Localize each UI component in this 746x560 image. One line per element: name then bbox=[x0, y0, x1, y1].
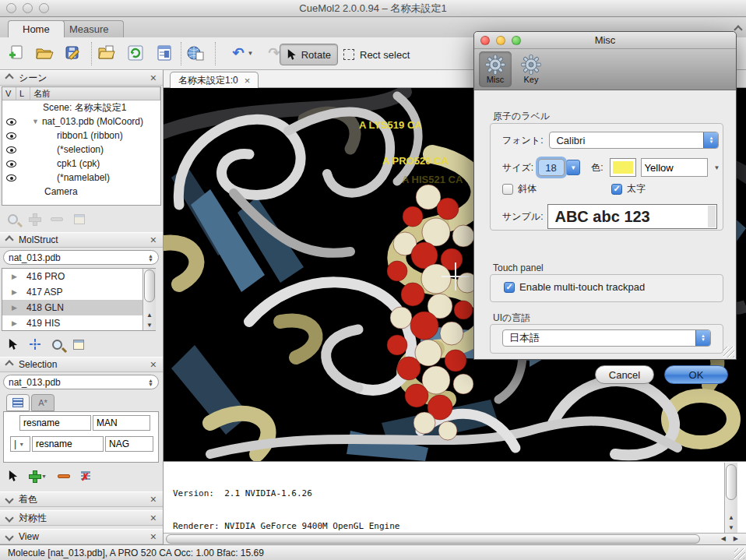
cancel-button[interactable]: Cancel bbox=[595, 365, 654, 384]
close-icon[interactable]: × bbox=[150, 494, 157, 505]
undo-button[interactable]: ↶ ▼ bbox=[227, 43, 259, 63]
close-icon[interactable]: × bbox=[150, 359, 157, 370]
eye-icon[interactable] bbox=[6, 132, 16, 139]
clear-terms-icon[interactable]: ✗ bbox=[81, 470, 93, 481]
scroll-up-icon[interactable]: ▲ bbox=[725, 512, 737, 523]
center-view-icon[interactable] bbox=[29, 338, 41, 350]
tree-row-camera[interactable]: Camera bbox=[2, 185, 160, 199]
term-key-input[interactable] bbox=[32, 436, 104, 452]
tree-row-scene[interactable]: Scene: 名称未設定1 bbox=[2, 100, 160, 114]
open-web-button[interactable] bbox=[185, 43, 206, 63]
column-visible[interactable]: V bbox=[2, 87, 16, 100]
zoom-icon[interactable] bbox=[8, 214, 18, 224]
scrollbar-thumb[interactable] bbox=[726, 464, 737, 500]
open-file-button[interactable] bbox=[97, 43, 117, 63]
dialog-tab-misc[interactable]: Misc bbox=[479, 51, 512, 87]
scroll-up-icon[interactable]: ▲ bbox=[143, 310, 156, 320]
eye-icon[interactable] bbox=[6, 146, 16, 153]
multitouch-checkbox-row[interactable]: ✓ Enable multi-touch trackpad bbox=[504, 281, 645, 293]
log-console[interactable]: Version: 2.1 NVIDIA-1.6.26 Renderer: NVI… bbox=[164, 461, 746, 544]
selection-molecule-select[interactable]: nat_013.pdb ▲▼ bbox=[3, 375, 159, 389]
open-scene-button[interactable] bbox=[34, 43, 55, 63]
undo-dropdown-arrow[interactable]: ▼ bbox=[248, 50, 254, 57]
select-cursor-icon[interactable] bbox=[8, 470, 18, 482]
select-cursor-icon[interactable] bbox=[8, 338, 18, 350]
scroll-down-icon[interactable]: ▼ bbox=[725, 523, 737, 533]
term-value-input[interactable] bbox=[105, 436, 153, 452]
residue-row[interactable]: ▶419 HIS bbox=[2, 315, 155, 331]
scrollbar-thumb[interactable] bbox=[144, 269, 155, 302]
scroll-left-icon[interactable]: ◀ bbox=[721, 535, 726, 542]
molstruct-panel-header[interactable]: MolStruct × bbox=[0, 232, 163, 248]
operator-select[interactable]: | ▼ bbox=[10, 436, 30, 452]
console-vscrollbar[interactable]: ▲ ▼ bbox=[724, 463, 737, 534]
tree-row-ribbon1[interactable]: ribbon1 (ribbon) bbox=[2, 129, 160, 143]
residue-scrollbar[interactable]: ▲ ▼ bbox=[143, 269, 156, 330]
remove-term-icon[interactable] bbox=[58, 474, 70, 478]
console-hscrollbar[interactable]: ◀ ▶ bbox=[164, 533, 746, 544]
close-icon[interactable]: × bbox=[245, 75, 251, 86]
viewport-tab[interactable]: 名称未設定1:0 × bbox=[170, 72, 259, 88]
close-icon[interactable]: × bbox=[150, 531, 157, 542]
bold-checkbox-row[interactable]: ✓ 太字 bbox=[611, 182, 646, 195]
properties-icon[interactable] bbox=[74, 214, 85, 224]
tab-expression-mode[interactable]: A* bbox=[31, 394, 55, 411]
residue-row[interactable]: ▶417 ASP bbox=[2, 284, 155, 300]
properties-icon[interactable] bbox=[73, 340, 84, 350]
font-select[interactable]: Calibri ▲▼ bbox=[549, 132, 719, 149]
close-icon[interactable]: × bbox=[150, 512, 157, 523]
scene-panel-title: シーン bbox=[19, 72, 48, 85]
eye-icon[interactable] bbox=[6, 160, 16, 167]
view-panel-header[interactable]: View × bbox=[0, 529, 163, 544]
dialog-tab-key[interactable]: Key bbox=[515, 51, 547, 87]
tab-list-mode[interactable] bbox=[6, 394, 30, 411]
color-name-input[interactable] bbox=[641, 158, 708, 177]
eye-icon[interactable] bbox=[6, 118, 16, 125]
selection-panel-header[interactable]: Selection × bbox=[0, 357, 163, 372]
tree-row-molcoord[interactable]: ▼ nat_013.pdb (MolCoord) bbox=[2, 114, 160, 129]
scroll-down-icon[interactable]: ▼ bbox=[143, 320, 156, 330]
rect-select-tool[interactable]: Rect select bbox=[343, 44, 410, 65]
save-scene-button[interactable] bbox=[63, 43, 83, 63]
molstruct-molecule-select[interactable]: nat_013.pdb ▲▼ bbox=[3, 250, 159, 265]
multitouch-checkbox[interactable]: ✓ bbox=[504, 282, 515, 293]
size-dropdown-button[interactable]: ▼ bbox=[566, 160, 580, 175]
color-swatch-button[interactable] bbox=[610, 158, 636, 177]
column-name[interactable]: 名前 bbox=[30, 87, 160, 100]
column-lock[interactable]: L bbox=[16, 87, 30, 100]
residue-row-selected[interactable]: ▶418 GLN bbox=[2, 300, 155, 315]
term-value-input[interactable] bbox=[93, 415, 150, 431]
italic-checkbox[interactable] bbox=[502, 184, 513, 195]
tree-row-namelabel[interactable]: (*namelabel) bbox=[2, 171, 160, 185]
close-icon[interactable]: × bbox=[150, 234, 157, 245]
add-icon[interactable] bbox=[29, 213, 40, 224]
add-term-button[interactable]: ▼ bbox=[29, 470, 47, 481]
window-resize-grip[interactable] bbox=[734, 548, 745, 559]
close-icon[interactable]: × bbox=[150, 72, 157, 83]
scene-report-button[interactable] bbox=[154, 43, 174, 63]
tree-row-cpk1[interactable]: cpk1 (cpk) bbox=[2, 157, 160, 171]
term-key-input[interactable] bbox=[19, 415, 91, 431]
rotate-tool-button[interactable]: Rotate bbox=[280, 44, 338, 65]
symmetry-panel-header[interactable]: 対称性 × bbox=[0, 510, 163, 526]
residue-row[interactable]: ▶416 PRO bbox=[2, 269, 155, 284]
scrollbar-thumb[interactable] bbox=[166, 534, 700, 544]
scene-panel-header[interactable]: シーン × bbox=[0, 70, 163, 86]
reload-views-button[interactable] bbox=[125, 43, 146, 63]
eye-icon[interactable] bbox=[6, 174, 16, 181]
scroll-right-icon[interactable]: ▶ bbox=[734, 535, 738, 542]
remove-icon[interactable] bbox=[51, 217, 63, 221]
italic-checkbox-row[interactable]: 斜体 bbox=[502, 182, 537, 195]
language-select[interactable]: 日本語 ▲▼ bbox=[502, 329, 711, 347]
tab-measure[interactable]: Measure bbox=[55, 20, 124, 37]
new-scene-button[interactable] bbox=[6, 43, 26, 63]
color-dropdown-arrow[interactable]: ▼ bbox=[714, 164, 720, 171]
tree-row-selection[interactable]: (*selection) bbox=[2, 143, 160, 157]
ok-button[interactable]: OK bbox=[664, 365, 728, 384]
zoom-icon[interactable] bbox=[52, 340, 62, 350]
bold-checkbox[interactable]: ✓ bbox=[611, 184, 622, 195]
size-select[interactable]: 18 bbox=[538, 159, 565, 176]
dialog-resize-grip[interactable] bbox=[723, 347, 734, 357]
tab-home[interactable]: Home bbox=[8, 20, 65, 37]
coloring-panel-header[interactable]: 着色 × bbox=[0, 491, 163, 507]
